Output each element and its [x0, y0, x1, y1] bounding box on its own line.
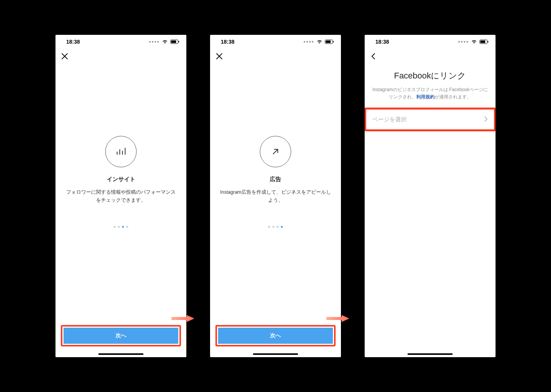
link-header: Facebookにリンク Instagramのビジネスプロフィールは Faceb…	[365, 65, 496, 108]
onboarding-title: インサイト	[107, 176, 135, 183]
wifi-icon	[316, 39, 323, 44]
battery-icon	[170, 39, 179, 44]
onboarding-content: インサイト フォロワーに関する情報や投稿のパフォーマンスをチェックできます。	[55, 54, 186, 310]
back-icon[interactable]	[370, 53, 377, 61]
svg-rect-1	[171, 41, 176, 43]
cell-dots-icon: ●●●●	[149, 39, 160, 44]
wifi-icon	[162, 39, 168, 44]
svg-marker-14	[326, 315, 349, 322]
cell-dots-icon: ●●●●	[458, 39, 469, 44]
flow-arrow-icon	[171, 315, 194, 322]
select-page-row[interactable]: ページを選択	[366, 109, 494, 129]
cell-dots-icon: ●●●●	[303, 39, 314, 44]
pager-dots	[268, 226, 283, 228]
svg-rect-12	[488, 41, 489, 42]
svg-marker-13	[171, 315, 194, 322]
svg-rect-8	[326, 41, 331, 43]
screen-link-facebook: 18:38 ●●●● Facebookにリンク Instagramのビジネスプロ…	[365, 35, 496, 357]
status-time: 18:38	[221, 39, 235, 45]
select-page-placeholder: ページを選択	[372, 116, 407, 123]
highlight-next: 次へ	[61, 325, 181, 346]
flow-arrow-icon	[326, 315, 349, 322]
next-button[interactable]: 次へ	[218, 328, 333, 344]
chevron-right-icon	[484, 116, 488, 123]
status-bar: 18:38 ●●●●	[55, 35, 186, 49]
status-time: 18:38	[375, 39, 389, 45]
highlight-select-page: ページを選択	[365, 108, 496, 131]
onboarding-desc: フォロワーに関する情報や投稿のパフォーマンスをチェックできます。	[65, 188, 177, 205]
battery-icon	[325, 39, 334, 44]
status-icons: ●●●●	[149, 39, 179, 44]
battery-icon	[479, 39, 489, 44]
onboarding-title: 広告	[270, 176, 281, 183]
pager-dots	[114, 226, 128, 228]
svg-rect-9	[333, 41, 334, 42]
highlight-next: 次へ	[215, 325, 336, 346]
wifi-icon	[471, 39, 477, 44]
page-title: Facebookにリンク	[372, 70, 488, 82]
status-time: 18:38	[66, 39, 80, 45]
home-indicator	[98, 353, 143, 355]
tos-link[interactable]: 利用規約	[416, 94, 435, 100]
onboarding-desc: Instagram広告を作成して、ビジネスをアピールしよう。	[219, 188, 332, 205]
status-bar: 18:38 ●●●●	[365, 35, 496, 49]
status-icons: ●●●●	[303, 39, 334, 44]
screen-insights: 18:38 ●●●●	[55, 35, 186, 357]
home-indicator	[253, 353, 298, 355]
status-icons: ●●●●	[458, 39, 489, 44]
bar-chart-icon	[105, 136, 137, 167]
nav-row	[365, 49, 496, 65]
svg-rect-2	[179, 41, 179, 42]
next-button[interactable]: 次へ	[64, 328, 178, 344]
status-bar: 18:38 ●●●●	[210, 35, 341, 49]
onboarding-content: 広告 Instagram広告を作成して、ビジネスをアピールしよう。	[210, 54, 341, 310]
home-indicator	[408, 353, 453, 355]
screen-ads: 18:38 ●●●● 広告 Instagra	[210, 35, 341, 357]
svg-rect-11	[480, 41, 485, 43]
arrow-up-right-icon	[260, 136, 291, 167]
page-subtitle: Instagramのビジネスプロフィールは Facebookページにリンクされ、…	[372, 86, 488, 101]
